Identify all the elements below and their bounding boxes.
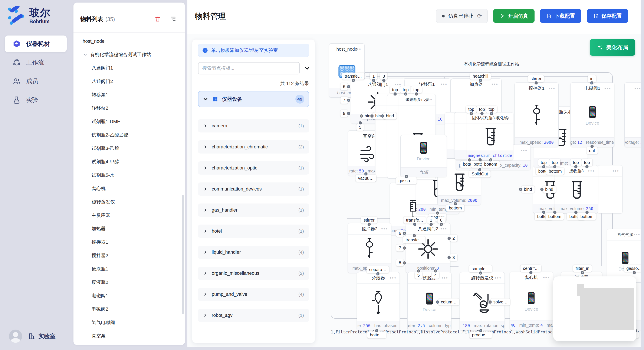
- port-top[interactable]: top›: [549, 159, 560, 166]
- tree-item[interactable]: 试剂瓶4-甲醇: [74, 155, 185, 169]
- port-dot[interactable]: ›: [542, 210, 546, 214]
- port-solve[interactable]: solve…‹: [491, 299, 510, 306]
- node-menu-icon[interactable]: •••: [381, 226, 388, 232]
- node-menu-icon[interactable]: •••: [612, 168, 619, 174]
- download-config-button[interactable]: 下载配置: [540, 9, 582, 23]
- template-item-characterization_chromatic[interactable]: characterization_chromatic(2): [198, 140, 309, 154]
- port-dot[interactable]: ›: [490, 111, 494, 116]
- node-stirrer-1[interactable]: 搅拌器1•••max_speed: 2000: [514, 82, 558, 147]
- port-dot[interactable]: ›: [478, 168, 482, 172]
- port-bottom[interactable]: bottom›: [578, 213, 596, 220]
- port-stirrer[interactable]: stirrer›: [528, 75, 544, 82]
- port-dot[interactable]: ›: [382, 78, 386, 83]
- port-dot[interactable]: ›: [574, 165, 578, 169]
- port-dot[interactable]: ›: [478, 329, 483, 333]
- port-1[interactable]: 1›: [427, 217, 435, 224]
- sidebar-item-members[interactable]: 成员: [5, 73, 67, 90]
- node-menu-icon[interactable]: •••: [604, 85, 611, 91]
- port-5[interactable]: 5›: [415, 272, 422, 279]
- template-item-organic_miscellaneous[interactable]: organic_miscellaneous(2): [198, 267, 309, 280]
- port-bind[interactable]: bind‹: [543, 186, 556, 193]
- template-item-robot_agv[interactable]: robot_agv(1): [198, 309, 309, 322]
- chevron-down-icon[interactable]: [304, 65, 310, 71]
- port-dot[interactable]: ›: [416, 269, 421, 273]
- tree-item[interactable]: 转移泵2: [74, 101, 185, 115]
- template-item-characterization_optic[interactable]: characterization_optic(1): [198, 161, 309, 175]
- port-in[interactable]: in›: [588, 75, 596, 82]
- port-dot[interactable]: ›: [402, 231, 407, 236]
- sidebar-item-workflow[interactable]: 工作流: [5, 54, 67, 71]
- port-dot[interactable]: ›: [469, 111, 474, 116]
- node-h2-source[interactable]: 氢气气源•••Device: [607, 229, 640, 283]
- search-input[interactable]: [198, 62, 300, 74]
- port-dot[interactable]: ›: [585, 210, 589, 214]
- port-dot[interactable]: ›: [488, 158, 493, 162]
- port-filterin[interactable]: filter_in›: [573, 265, 592, 272]
- port-separa[interactable]: separa…›: [366, 266, 389, 273]
- port-dot[interactable]: ›: [453, 201, 458, 206]
- node-menu-icon[interactable]: •••: [634, 232, 640, 237]
- port-dot[interactable]: ›: [414, 92, 419, 96]
- port-dot[interactable]: ‹: [447, 255, 451, 260]
- port-8[interactable]: 8›: [396, 259, 404, 266]
- node-solenoid-1[interactable]: 电磁阀1•••Devicevoltage: 12response_time: 0…: [570, 82, 614, 147]
- port-SolidOut[interactable]: SolidOut›: [469, 171, 491, 177]
- port-dot[interactable]: ›: [346, 111, 351, 116]
- canvas-scrollbar-track[interactable]: [640, 0, 644, 347]
- avatar[interactable]: [9, 330, 22, 343]
- trash-icon[interactable]: [154, 16, 160, 22]
- port-dot[interactable]: ‹: [380, 114, 385, 118]
- port-bottom[interactable]: bottom›: [446, 204, 464, 212]
- port-dot[interactable]: ›: [346, 98, 351, 103]
- tree-item[interactable]: host_node: [74, 34, 185, 48]
- port-dot[interactable]: ›: [367, 222, 371, 227]
- port-top[interactable]: top›: [486, 106, 497, 113]
- port-heatchill[interactable]: heatchill›: [470, 73, 491, 80]
- node-menu-icon[interactable]: •••: [390, 275, 396, 281]
- port-dot[interactable]: ›: [435, 211, 440, 215]
- node-recv-x[interactable]: •••: [598, 165, 622, 213]
- port-dot[interactable]: ›: [542, 165, 546, 169]
- port-dot[interactable]: ›: [585, 165, 589, 169]
- port-7[interactable]: 7›: [396, 245, 404, 252]
- port-gasso[interactable]: gasso…›: [624, 265, 640, 272]
- port-dot[interactable]: ‹: [370, 114, 374, 118]
- port-transfe[interactable]: transfe…›: [342, 73, 364, 80]
- chevron-down-icon[interactable]: [83, 52, 88, 57]
- port-gasso[interactable]: gasso…›: [396, 177, 416, 184]
- start-sim-button[interactable]: 开启仿真: [493, 9, 534, 23]
- port-dot[interactable]: ›: [478, 78, 482, 83]
- port-vacuu[interactable]: vacuu…›: [356, 175, 376, 182]
- port-dot[interactable]: ›: [358, 121, 362, 125]
- port-dot[interactable]: ›: [590, 144, 594, 149]
- node-menu-icon[interactable]: •••: [440, 81, 448, 87]
- port-dot[interactable]: ‹: [359, 114, 364, 118]
- port-top[interactable]: top›: [570, 159, 582, 166]
- sidebar-item-equipment[interactable]: 仪器耗材: [5, 35, 67, 52]
- port-dot[interactable]: ›: [372, 78, 376, 83]
- port-dot[interactable]: ‹: [447, 236, 451, 240]
- port-top[interactable]: top›: [538, 159, 549, 166]
- node-menu-icon[interactable]: •••: [495, 275, 502, 281]
- refresh-icon[interactable]: ⟳: [477, 13, 482, 19]
- tree-item[interactable]: 主反应器: [74, 209, 185, 222]
- port-bind[interactable]: bind‹: [521, 186, 534, 193]
- port-bottom[interactable]: bottom›: [546, 213, 564, 220]
- tree-item[interactable]: 电磁阀1: [74, 289, 185, 302]
- list-collapse-icon[interactable]: [170, 16, 176, 22]
- node-gas-source[interactable]: Device气源: [400, 135, 447, 177]
- tree-item[interactable]: 搅拌器1: [74, 235, 185, 249]
- port-dot[interactable]: ›: [534, 81, 538, 85]
- tree-item[interactable]: 旋转蒸发仪: [74, 195, 185, 209]
- port-dot[interactable]: ›: [374, 329, 379, 333]
- port-dot[interactable]: ›: [351, 78, 356, 83]
- port-dot[interactable]: ›: [553, 165, 557, 169]
- tree-item[interactable]: 八通阀门1: [74, 61, 185, 75]
- port-8[interactable]: 8›: [380, 73, 388, 80]
- port-dot[interactable]: ›: [632, 270, 636, 275]
- port-dot[interactable]: ‹: [540, 187, 544, 191]
- node-solenoid-2[interactable]: •••voltage: 12: [624, 82, 640, 147]
- port-7[interactable]: 7›: [340, 97, 348, 104]
- tree-item[interactable]: 离心机: [74, 182, 185, 195]
- tree-item[interactable]: 转移泵1: [74, 88, 185, 101]
